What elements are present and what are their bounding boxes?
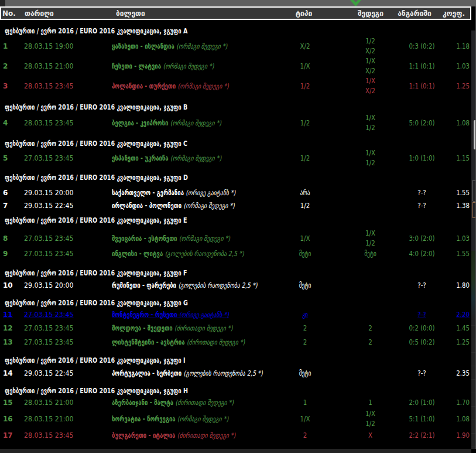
bet-match: მოლდოვა - შვედეთი (ძირითადი შედეგი *) (112, 324, 232, 332)
bet-number: 7 (3, 202, 8, 210)
bet-match: ჰოლანდია - თურქეთი (ორმაგი შედეგი *) (112, 82, 229, 90)
bet-coefficient: 1.55 (438, 189, 470, 197)
bet-date: 29.03.15 20:00 (24, 189, 73, 197)
bet-type: 2 (273, 338, 336, 346)
bet-type: 2 (273, 324, 336, 332)
bet-market-note: (ძირითადი შედეგი *) (187, 338, 245, 346)
bet-number: 2 (3, 62, 8, 70)
bet-type: კი (276, 311, 334, 319)
group-header: ფეხბურთი / ევრო 2016 / EURO 2016 კვალიფი… (5, 269, 187, 277)
bet-date: 28.03.15 21:00 (24, 62, 73, 70)
bet-coefficient: 2.20 (438, 311, 470, 319)
bet-match: ჩეხეთი - ლატვია (ორმაგი შედეგი *) (112, 62, 214, 70)
bet-market-note: (ორმაგი შედეგი *) (178, 82, 229, 90)
group-header: ფეხბურთი / ევრო 2016 / EURO 2016 კვალიფი… (5, 27, 187, 35)
group-header: ფეხბურთი / ევრო 2016 / EURO 2016 კვალიფი… (5, 216, 187, 224)
bet-market-note: (ორმაგი შედეგი *) (170, 119, 221, 127)
bet-number: 11 (3, 311, 13, 319)
bet-market-note: (ორმაგი შედეგი *) (184, 202, 235, 210)
bet-coefficient: 1.38 (438, 202, 470, 210)
bet-type: 1/X (273, 234, 336, 243)
bet-type: 1 (273, 398, 336, 407)
col-header-no: No. (2, 9, 16, 18)
match-teams: ესპანეთი - უკრაინა (112, 154, 169, 162)
bet-date: 28.03.15 21:00 (24, 415, 73, 423)
bottom-scrollbar-track[interactable] (0, 449, 471, 453)
bet-type: 1/X (273, 415, 336, 423)
bet-number: 8 (3, 234, 8, 243)
bet-date: 27.03.15 23:45 (24, 234, 73, 243)
bet-number: 10 (3, 281, 13, 289)
match-teams: ხორვატია - ნორვეგია (112, 415, 176, 423)
bet-number: 12 (3, 324, 13, 332)
bet-market-note: (ორმაგი შედეგი *) (176, 42, 227, 50)
group-header: ფეხბურთი / ევრო 2016 / EURO 2016 კვალიფი… (5, 139, 187, 148)
bet-number: 6 (3, 189, 8, 197)
bet-coefficient: 1.25 (438, 82, 470, 90)
bet-type: 1/2 (273, 202, 336, 210)
match-teams: ბულგარეთი - იტალია (112, 431, 175, 440)
match-teams: მონტენეგრო - რუსეთი (112, 311, 177, 319)
match-teams: რუმინეთი - ფარერები (112, 281, 176, 289)
bet-match: ესპანეთი - უკრაინა (ორმაგი შედეგი *) (112, 154, 221, 162)
match-teams: შვეიცარია - ესტონეთი (112, 234, 177, 243)
bet-market-note: (ორივე გაიტანს *) (179, 311, 229, 319)
bet-coefficient: 1.55 (438, 250, 470, 258)
bet-match: საქართველო - გერმანია (ორივე გაიტანს *) (112, 189, 235, 197)
bet-market-note: (ძირითადი შედეგი *) (175, 398, 233, 407)
bet-type: 2 (273, 431, 336, 440)
bet-date: 27.03.15 23:45 (24, 311, 73, 319)
bet-date: 28.03.15 23:45 (24, 119, 73, 127)
bet-coefficient: 1.03 (438, 234, 470, 243)
bet-market-note: (ძირითადი შედეგი *) (174, 324, 232, 332)
bet-date: 29.03.15 22:45 (24, 369, 73, 377)
col-header-type: ტიპი (267, 9, 341, 18)
bet-type: X/2 (273, 42, 336, 50)
group-header: ფეხბურთი / ევრო 2016 / EURO 2016 კვალიფი… (5, 299, 188, 307)
bet-coefficient: 1.08 (438, 119, 470, 127)
bet-match: ლიხტენშტეინი - ავსტრია (ძირითადი შედეგი … (112, 338, 245, 346)
col-header-coef: კოეფ. (427, 9, 465, 18)
bet-number: 1 (3, 42, 8, 50)
bet-number: 5 (3, 154, 8, 162)
match-teams: ჩეხეთი - ლატვია (112, 62, 161, 70)
bet-coefficient: 2.35 (438, 369, 470, 377)
bet-number: 13 (3, 338, 13, 346)
bet-coefficient: 1.08 (438, 415, 470, 423)
bet-type: მეტი (276, 281, 334, 289)
bet-number: 17 (3, 431, 13, 440)
top-left-corner (0, 0, 5, 6)
bet-type: მეტი (276, 369, 334, 377)
bet-date: 27.03.15 23:45 (24, 338, 73, 346)
bet-date: 28.03.15 23:45 (24, 431, 73, 440)
bet-market-note: (ორმაგი შედეგი *) (177, 415, 228, 423)
bet-date: 29.03.15 22:45 (24, 202, 73, 210)
bet-type: არა (276, 189, 334, 197)
bet-market-note: (ძირითადი შედეგი *) (177, 431, 235, 440)
bet-coefficient: 1.70 (438, 398, 470, 407)
group-header: ფეხბურთი / ევრო 2016 / EURO 2016 კვალიფი… (5, 387, 188, 395)
table-header: No. თარიღი ბილეთი ტიპი შედეგი ანგარიში კ… (0, 6, 471, 20)
bet-match: ხორვატია - ნორვეგია (ორმაგი შედეგი *) (112, 415, 228, 423)
bet-market-note: (ორმაგი შედეგი *) (170, 154, 221, 162)
bet-number: 16 (3, 415, 13, 423)
bet-type: 1/2 (273, 119, 336, 127)
bet-coefficient: 1.03 (438, 62, 470, 70)
match-teams: მოლდოვა - შვედეთი (112, 324, 173, 332)
bet-date: 28.03.15 19:00 (24, 42, 73, 50)
top-scrollbar-track[interactable] (0, 0, 476, 6)
match-teams: საქართველო - გერმანია (112, 189, 184, 197)
bet-market-note: (გოლების რაოდენობა 2,5 *) (178, 281, 257, 289)
bet-date: 27.03.15 23:45 (24, 324, 73, 332)
match-teams: ბელგია - კვიპროსი (112, 119, 168, 127)
bet-match: მონტენეგრო - რუსეთი (ორივე გაიტანს *) (112, 311, 229, 319)
bet-number: 14 (3, 369, 13, 377)
bet-date: 28.03.15 23:45 (24, 82, 73, 90)
bet-number: 4 (3, 119, 8, 127)
bet-type: 1/X (273, 62, 336, 70)
bet-type: მეტი (276, 250, 334, 258)
green-down-arrow-icon (350, 0, 361, 6)
match-teams: ლიხტენშტეინი - ავსტრია (112, 338, 185, 346)
bet-match: ირლანდია - პოლონეთი (ორმაგი შედეგი *) (112, 202, 235, 210)
col-header-date: თარიღი (25, 9, 54, 18)
